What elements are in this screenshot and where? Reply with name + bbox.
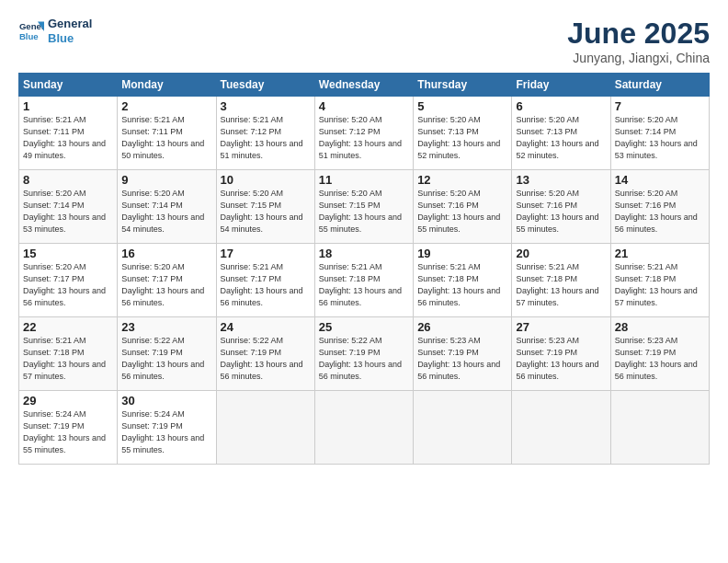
table-cell — [512, 391, 610, 465]
table-cell — [314, 391, 413, 465]
table-cell: 11Sunrise: 5:20 AMSunset: 7:15 PMDayligh… — [314, 170, 413, 244]
svg-text:Blue: Blue — [19, 30, 39, 40]
day-number: 29 — [23, 394, 113, 408]
calendar-table: Sunday Monday Tuesday Wednesday Thursday… — [18, 73, 710, 465]
day-number: 21 — [615, 247, 705, 260]
col-saturday: Saturday — [610, 74, 709, 97]
day-number: 4 — [319, 99, 409, 113]
day-info: Sunrise: 5:21 AMSunset: 7:17 PMDaylight:… — [221, 261, 311, 309]
day-info: Sunrise: 5:20 AMSunset: 7:17 PMDaylight:… — [121, 261, 211, 309]
day-info: Sunrise: 5:20 AMSunset: 7:16 PMDaylight:… — [417, 188, 507, 236]
day-number: 24 — [221, 320, 311, 334]
table-cell: 26Sunrise: 5:23 AMSunset: 7:19 PMDayligh… — [414, 317, 512, 391]
calendar-page: General Blue General Blue June 2025 Juny… — [0, 0, 728, 563]
col-tuesday: Tuesday — [216, 74, 314, 97]
table-cell: 3Sunrise: 5:21 AMSunset: 7:12 PMDaylight… — [216, 97, 314, 170]
header-row: Sunday Monday Tuesday Wednesday Thursday… — [19, 74, 710, 97]
table-cell — [610, 391, 709, 465]
table-cell — [216, 391, 314, 465]
day-info: Sunrise: 5:24 AMSunset: 7:19 PMDaylight:… — [121, 408, 211, 456]
title-area: June 2025 Junyang, Jiangxi, China — [567, 17, 710, 65]
table-cell: 28Sunrise: 5:23 AMSunset: 7:19 PMDayligh… — [610, 317, 709, 391]
logo-general: General — [48, 17, 92, 31]
day-number: 9 — [121, 173, 211, 187]
day-number: 7 — [615, 99, 705, 113]
day-info: Sunrise: 5:20 AMSunset: 7:13 PMDaylight:… — [516, 114, 606, 162]
calendar-row: 1Sunrise: 5:21 AMSunset: 7:11 PMDaylight… — [19, 97, 710, 170]
day-number: 1 — [23, 99, 113, 113]
day-info: Sunrise: 5:20 AMSunset: 7:16 PMDaylight:… — [615, 188, 705, 236]
table-cell: 10Sunrise: 5:20 AMSunset: 7:15 PMDayligh… — [216, 170, 314, 244]
day-info: Sunrise: 5:20 AMSunset: 7:13 PMDaylight:… — [417, 114, 507, 162]
day-info: Sunrise: 5:21 AMSunset: 7:18 PMDaylight:… — [319, 261, 409, 309]
table-cell: 6Sunrise: 5:20 AMSunset: 7:13 PMDaylight… — [512, 97, 610, 170]
col-friday: Friday — [512, 74, 610, 97]
day-info: Sunrise: 5:21 AMSunset: 7:18 PMDaylight:… — [23, 335, 113, 383]
location: Junyang, Jiangxi, China — [567, 51, 710, 65]
table-cell: 29Sunrise: 5:24 AMSunset: 7:19 PMDayligh… — [19, 391, 118, 465]
logo-icon: General Blue — [18, 18, 44, 44]
day-number: 10 — [221, 173, 311, 187]
day-info: Sunrise: 5:24 AMSunset: 7:19 PMDaylight:… — [23, 408, 113, 456]
day-number: 17 — [221, 247, 311, 260]
table-cell: 25Sunrise: 5:22 AMSunset: 7:19 PMDayligh… — [314, 317, 413, 391]
table-cell: 2Sunrise: 5:21 AMSunset: 7:11 PMDaylight… — [118, 97, 216, 170]
day-info: Sunrise: 5:20 AMSunset: 7:15 PMDaylight:… — [221, 188, 311, 236]
month-title: June 2025 — [567, 17, 710, 51]
table-cell: 12Sunrise: 5:20 AMSunset: 7:16 PMDayligh… — [414, 170, 512, 244]
day-number: 12 — [417, 173, 507, 187]
day-info: Sunrise: 5:20 AMSunset: 7:15 PMDaylight:… — [319, 188, 409, 236]
calendar-row: 15Sunrise: 5:20 AMSunset: 7:17 PMDayligh… — [19, 244, 710, 317]
day-number: 30 — [121, 394, 211, 408]
day-number: 22 — [23, 320, 113, 334]
day-info: Sunrise: 5:21 AMSunset: 7:18 PMDaylight:… — [516, 261, 606, 309]
table-cell: 20Sunrise: 5:21 AMSunset: 7:18 PMDayligh… — [512, 244, 610, 317]
col-monday: Monday — [118, 74, 216, 97]
table-cell: 16Sunrise: 5:20 AMSunset: 7:17 PMDayligh… — [118, 244, 216, 317]
logo-blue: Blue — [48, 31, 92, 46]
day-info: Sunrise: 5:21 AMSunset: 7:11 PMDaylight:… — [121, 114, 211, 162]
day-info: Sunrise: 5:20 AMSunset: 7:14 PMDaylight:… — [615, 114, 705, 162]
day-number: 11 — [319, 173, 409, 187]
table-cell: 24Sunrise: 5:22 AMSunset: 7:19 PMDayligh… — [216, 317, 314, 391]
day-info: Sunrise: 5:21 AMSunset: 7:12 PMDaylight:… — [221, 114, 311, 162]
day-info: Sunrise: 5:23 AMSunset: 7:19 PMDaylight:… — [417, 335, 507, 383]
col-wednesday: Wednesday — [314, 74, 413, 97]
header: General Blue General Blue June 2025 Juny… — [18, 17, 710, 65]
day-info: Sunrise: 5:20 AMSunset: 7:14 PMDaylight:… — [23, 188, 113, 236]
day-info: Sunrise: 5:21 AMSunset: 7:18 PMDaylight:… — [417, 261, 507, 309]
table-cell: 15Sunrise: 5:20 AMSunset: 7:17 PMDayligh… — [19, 244, 118, 317]
day-number: 14 — [615, 173, 705, 187]
day-number: 16 — [121, 247, 211, 260]
col-thursday: Thursday — [414, 74, 512, 97]
day-info: Sunrise: 5:23 AMSunset: 7:19 PMDaylight:… — [615, 335, 705, 383]
day-info: Sunrise: 5:23 AMSunset: 7:19 PMDaylight:… — [516, 335, 606, 383]
day-number: 27 — [516, 320, 606, 334]
day-info: Sunrise: 5:22 AMSunset: 7:19 PMDaylight:… — [221, 335, 311, 383]
table-cell: 4Sunrise: 5:20 AMSunset: 7:12 PMDaylight… — [314, 97, 413, 170]
day-number: 19 — [417, 247, 507, 260]
day-info: Sunrise: 5:20 AMSunset: 7:12 PMDaylight:… — [319, 114, 409, 162]
day-info: Sunrise: 5:21 AMSunset: 7:11 PMDaylight:… — [23, 114, 113, 162]
table-cell: 30Sunrise: 5:24 AMSunset: 7:19 PMDayligh… — [118, 391, 216, 465]
day-info: Sunrise: 5:20 AMSunset: 7:16 PMDaylight:… — [516, 188, 606, 236]
day-info: Sunrise: 5:21 AMSunset: 7:18 PMDaylight:… — [615, 261, 705, 309]
day-number: 18 — [319, 247, 409, 260]
day-number: 26 — [417, 320, 507, 334]
table-cell: 22Sunrise: 5:21 AMSunset: 7:18 PMDayligh… — [19, 317, 118, 391]
table-cell: 1Sunrise: 5:21 AMSunset: 7:11 PMDaylight… — [19, 97, 118, 170]
table-cell: 21Sunrise: 5:21 AMSunset: 7:18 PMDayligh… — [610, 244, 709, 317]
day-number: 15 — [23, 247, 113, 260]
day-number: 3 — [221, 99, 311, 113]
table-cell: 19Sunrise: 5:21 AMSunset: 7:18 PMDayligh… — [414, 244, 512, 317]
table-cell: 27Sunrise: 5:23 AMSunset: 7:19 PMDayligh… — [512, 317, 610, 391]
table-cell: 13Sunrise: 5:20 AMSunset: 7:16 PMDayligh… — [512, 170, 610, 244]
col-sunday: Sunday — [19, 74, 118, 97]
table-cell: 5Sunrise: 5:20 AMSunset: 7:13 PMDaylight… — [414, 97, 512, 170]
table-cell: 8Sunrise: 5:20 AMSunset: 7:14 PMDaylight… — [19, 170, 118, 244]
day-number: 28 — [615, 320, 705, 334]
table-cell: 23Sunrise: 5:22 AMSunset: 7:19 PMDayligh… — [118, 317, 216, 391]
day-number: 2 — [121, 99, 211, 113]
day-number: 6 — [516, 99, 606, 113]
day-number: 5 — [417, 99, 507, 113]
